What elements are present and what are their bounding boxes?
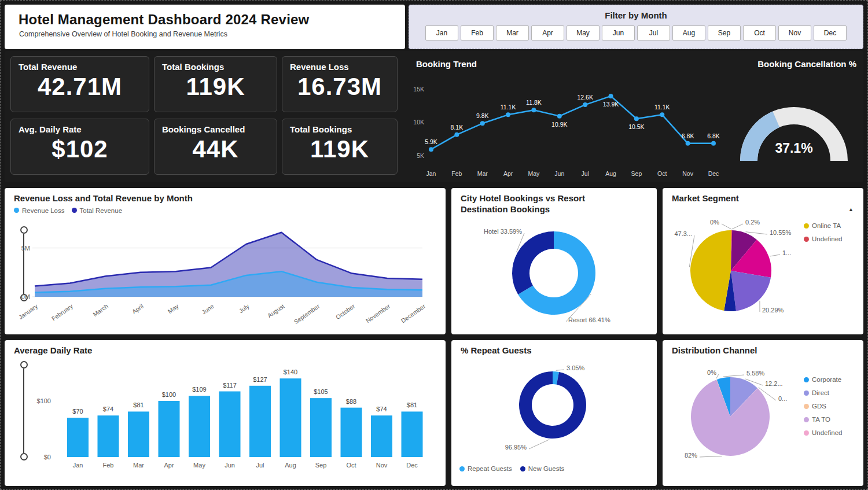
market-segment-pie[interactable]: 0%0.2%10.55%1...20.29%47.3... [663,205,807,333]
svg-text:11.1K: 11.1K [654,104,670,110]
average-daily-rate-bars[interactable]: $0$100$70Jan$74Feb$81Mar$100Apr$109May$1… [10,358,442,479]
kpi-value: 119K [155,73,277,101]
svg-text:May: May [528,170,540,177]
svg-text:$140: $140 [284,369,297,375]
svg-text:0.2%: 0.2% [745,219,760,226]
city-vs-resort-donut[interactable]: Resort 66.41%Hotel 33.59% [451,217,657,333]
svg-text:10.55%: 10.55% [770,229,792,236]
svg-text:Mar: Mar [133,462,144,469]
month-filter-jul[interactable]: Jul [637,25,670,40]
legend-item-ta-to[interactable]: TA TO [804,416,842,423]
svg-text:0M: 0M [21,293,30,300]
header-panel: Hotel Management Dashboard 2024 Review C… [5,5,405,49]
svg-text:5K: 5K [417,152,424,159]
market-segment-legend-items: Online TAUndefined [804,222,859,242]
svg-text:Resort 66.41%: Resort 66.41% [568,316,610,323]
svg-text:5M: 5M [21,245,30,252]
month-filter-sep[interactable]: Sep [708,25,741,40]
month-filter-jan[interactable]: Jan [425,25,458,40]
svg-text:$127: $127 [253,376,267,383]
kpi-value: 42.71M [11,73,149,101]
svg-text:13.9K: 13.9K [603,101,619,108]
kpi-card-avg-daily-rate: Avg. Daily Rate$102 [10,119,149,175]
revenue-by-month-legend: Revenue LossTotal Revenue [5,204,446,214]
distribution-channel-title: Distribution Channel [663,340,863,356]
average-daily-rate-panel: Average Daily Rate $0$100$70Jan$74Feb$81… [5,340,446,486]
svg-text:Dec: Dec [406,462,418,469]
svg-text:Mar: Mar [477,170,488,177]
legend-dot [804,417,809,422]
svg-text:September: September [292,303,321,326]
svg-text:$100: $100 [37,397,51,404]
kpi-value: 119K [282,135,397,163]
month-filter-dec[interactable]: Dec [814,25,847,40]
revenue-by-month-plot[interactable]: 0M5MJanuaryFebruaryMarchAprilMayJuneJuly… [10,220,428,334]
svg-text:Jan: Jan [426,170,436,177]
svg-text:August: August [266,303,286,319]
repeat-guests-panel: % Repeat Guests 3.05%96.95% Repeat Guest… [451,340,657,486]
legend-item-undefined[interactable]: Undefined [804,429,842,436]
svg-text:82%: 82% [685,452,697,459]
legend-label: New Guests [528,465,565,472]
legend-dot [520,466,525,471]
svg-text:$105: $105 [314,388,328,395]
repeat-guests-legend: Repeat GuestsNew Guests [459,465,564,472]
kpi-value: 16.73M [282,73,397,101]
booking-trend-chart: Booking Trend 5K10K15K5.9KJan8.1KFeb9.8K… [408,54,725,180]
legend-item-gds[interactable]: GDS [804,403,842,410]
kpi-card-total-bookings: Total Bookings119K [282,119,398,175]
legend-dot [804,223,809,229]
kpi-label: Bookings Cancelled [155,119,277,134]
cancellation-gauge-plot[interactable]: 37.1% [723,74,862,174]
svg-text:10.9K: 10.9K [551,121,567,128]
month-filter-jun[interactable]: Jun [602,25,635,40]
kpi-label: Total Bookings [155,57,277,72]
market-segment-legend: ▲ Online TAUndefined [804,207,859,242]
repeat-guests-title: % Repeat Guests [451,340,657,356]
legend-item-corporate[interactable]: Corporate [804,376,842,383]
page-subtitle: Comprehensive Overview of Hotel Booking … [5,28,405,38]
legend-item-revenue-loss[interactable]: Revenue Loss [14,207,65,214]
month-filter-feb[interactable]: Feb [461,25,494,40]
svg-text:$117: $117 [223,382,237,389]
cancellation-gauge: Booking Cancellation % 37.1% [723,54,862,180]
month-filter-apr[interactable]: Apr [531,25,564,40]
booking-trend-plot[interactable]: 5K10K15K5.9KJan8.1KFeb9.8KMar11.1KApr11.… [408,71,725,182]
kpi-band: Total Revenue42.71MTotal Bookings119KRev… [5,51,863,182]
svg-text:0%: 0% [707,369,716,376]
month-filter-may[interactable]: May [567,25,599,40]
svg-text:$74: $74 [376,406,387,412]
legend-item-online-ta[interactable]: Online TA [804,222,859,229]
legend-item-total-revenue[interactable]: Total Revenue [72,207,123,214]
legend-label: Undefined [812,429,842,436]
svg-text:Nov: Nov [376,462,388,469]
legend-item-repeat-guests[interactable]: Repeat Guests [459,465,512,472]
average-daily-rate-title: Average Daily Rate [5,340,446,356]
legend-item-undefined[interactable]: Undefined [804,235,859,242]
legend-item-direct[interactable]: Direct [804,389,842,396]
svg-text:Oct: Oct [346,462,356,469]
distribution-channel-pie[interactable]: 5.58%12.2...0...82%0% [663,355,807,484]
svg-text:October: October [334,303,356,321]
legend-scroll-up-icon[interactable]: ▲ [804,207,859,212]
legend-dot [72,208,77,213]
svg-text:$81: $81 [407,401,417,408]
svg-text:Jul: Jul [581,170,589,177]
repeat-guests-donut[interactable]: 3.05%96.95% [451,361,657,464]
kpi-value: 44K [155,135,277,163]
svg-text:6.8K: 6.8K [682,132,694,139]
filter-panel: Filter by Month JanFebMarAprMayJunJulAug… [409,5,863,49]
month-filter-aug[interactable]: Aug [672,25,705,40]
svg-text:20.29%: 20.29% [762,307,784,314]
month-filter-oct[interactable]: Oct [743,25,776,40]
svg-text:Jun: Jun [554,170,564,177]
svg-text:6.8K: 6.8K [707,132,720,139]
distribution-channel-legend: CorporateDirectGDSTA TOUndefined [804,376,842,436]
month-filter-nov[interactable]: Nov [778,25,811,40]
kpi-label: Avg. Daily Rate [11,119,149,134]
svg-text:$88: $88 [346,398,356,405]
legend-item-new-guests[interactable]: New Guests [520,465,565,472]
kpi-label: Total Revenue [11,57,149,72]
month-filter-mar[interactable]: Mar [496,25,529,40]
legend-label: Direct [812,389,829,396]
